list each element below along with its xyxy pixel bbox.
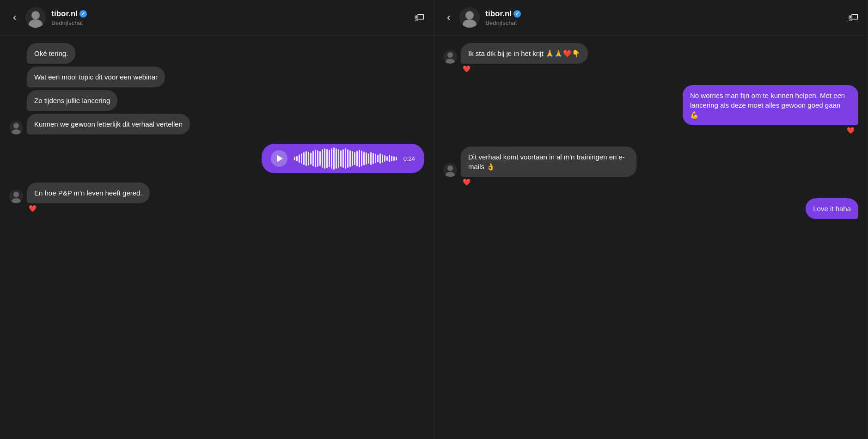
bubble: Oké tering. [27, 43, 75, 64]
sender-avatar [443, 50, 457, 64]
header-name-right: tibor.nl ✓ [485, 9, 843, 18]
waveform-bar [331, 148, 332, 169]
verified-badge-right: ✓ [513, 10, 521, 18]
waveform-bar [345, 148, 346, 169]
waveform-bar [338, 149, 339, 168]
waveform-bar [310, 152, 312, 165]
waveform-bar [377, 155, 379, 162]
waveform-bar [396, 157, 397, 160]
sender-avatar [9, 121, 23, 134]
msg-group-row: Dit verhaal komt voortaan in al m'n trai… [443, 146, 858, 177]
msg-group-row: En hoe P&P m'n leven heeft gered. [9, 183, 424, 203]
right-panel: ‹ tibor.nl ✓ Bedrijfschat 🏷 Ik sta dik b… [434, 0, 868, 439]
waveform-bar [375, 154, 376, 163]
waveform-bar [329, 150, 330, 167]
waveform-bar [382, 154, 383, 163]
reaction-heart: ❤️ [27, 204, 38, 213]
msg-row-love: Love it haha [443, 198, 858, 219]
sender-avatar [443, 163, 457, 177]
bubble: Wat een mooi topic dit voor een webinar [27, 67, 165, 87]
waveform-bar [301, 153, 302, 164]
waveform-bar [368, 153, 369, 164]
right-header: ‹ tibor.nl ✓ Bedrijfschat 🏷 [434, 0, 868, 36]
waveform-bar [354, 152, 355, 165]
name-text-left: tibor.nl [51, 9, 78, 18]
waveform-bar [294, 157, 295, 160]
voice-msg-row: 0:24 [9, 144, 424, 173]
msg-row: Oké tering. [9, 43, 424, 64]
waveform-bar [361, 151, 362, 166]
msg-group: Ik sta dik bij je in het krijt 🙏🙏❤️👇 ❤️ [443, 43, 858, 73]
bubble-love-it: Love it haha [806, 198, 858, 219]
messages-right: Ik sta dik bij je in het krijt 🙏🙏❤️👇 ❤️ … [434, 36, 868, 439]
waveform-bar [308, 152, 309, 165]
voice-bubble[interactable]: 0:24 [262, 144, 424, 173]
bubble: En hoe P&P m'n leven heeft gered. [27, 183, 150, 203]
waveform-bar [342, 149, 344, 168]
avatar-right [459, 7, 480, 28]
reaction-area: ❤️ [845, 126, 858, 134]
waveform [294, 151, 397, 166]
msg-group-sent: No worries man fijn om te kunnen helpen.… [443, 85, 858, 134]
msg-group: Dit verhaal komt voortaan in al m'n trai… [443, 146, 858, 186]
waveform-bar [373, 153, 374, 164]
waveform-bar [322, 149, 323, 168]
msg-row: Wat een mooi topic dit voor een webinar [9, 67, 424, 87]
waveform-bar [296, 156, 298, 161]
left-panel: ‹ tibor.nl ✓ Bedrijfschat 🏷 Oké tering. … [0, 0, 434, 439]
bubble: No worries man fijn om te kunnen helpen.… [683, 85, 858, 125]
waveform-bar [363, 152, 365, 165]
bubble: Kunnen we gewoon letterlijk dit verhaal … [27, 114, 190, 134]
waveform-bar [324, 148, 325, 169]
waveform-bar [349, 150, 351, 167]
bubble: Ik sta dik bij je in het krijt 🙏🙏❤️👇 [461, 43, 588, 64]
reaction-heart: ❤️ [461, 177, 472, 187]
reaction-heart: ❤️ [845, 126, 856, 135]
msg-row: No worries man fijn om te kunnen helpen.… [683, 85, 858, 125]
header-subtitle-right: Bedrijfschat [485, 19, 843, 26]
waveform-bar [333, 147, 335, 170]
waveform-bar [359, 150, 360, 167]
header-subtitle-left: Bedrijfschat [51, 19, 409, 26]
waveform-bar [317, 150, 318, 167]
waveform-bar [370, 152, 372, 165]
msg-row: Zo tijdens jullie lancering [9, 90, 424, 111]
waveform-bar [326, 149, 328, 168]
reaction-area: ❤️ [9, 204, 424, 213]
play-icon [277, 155, 283, 162]
waveform-bar [366, 152, 367, 165]
waveform-bar [312, 151, 314, 166]
tag-icon-right[interactable]: 🏷 [848, 12, 858, 24]
waveform-bar [319, 151, 321, 166]
back-button-left[interactable]: ‹ [9, 11, 20, 24]
waveform-bar [393, 156, 395, 161]
waveform-bar [336, 148, 337, 169]
play-button[interactable] [271, 150, 287, 167]
waveform-bar [356, 151, 358, 166]
waveform-bar [347, 149, 348, 168]
reaction-area: ❤️ [443, 65, 858, 73]
waveform-bar [386, 156, 388, 161]
header-name-left: tibor.nl ✓ [51, 9, 409, 18]
sender-avatar [9, 189, 23, 203]
bubble: Dit verhaal komt voortaan in al m'n trai… [461, 146, 636, 177]
waveform-bar [315, 150, 316, 167]
voice-duration: 0:24 [403, 155, 415, 162]
msg-group-row: Ik sta dik bij je in het krijt 🙏🙏❤️👇 [443, 43, 858, 64]
reaction-heart: ❤️ [461, 64, 472, 73]
verified-badge-left: ✓ [79, 10, 87, 18]
header-info-left: tibor.nl ✓ Bedrijfschat [51, 9, 409, 26]
waveform-bar [352, 151, 353, 166]
waveform-bar [379, 153, 381, 164]
avatar-left [25, 7, 46, 28]
waveform-bar [391, 156, 392, 161]
reaction-area: ❤️ [443, 178, 858, 186]
back-button-right[interactable]: ‹ [443, 11, 454, 24]
name-text-right: tibor.nl [485, 9, 512, 18]
header-info-right: tibor.nl ✓ Bedrijfschat [485, 9, 843, 26]
waveform-bar [299, 154, 300, 163]
bubble: Zo tijdens jullie lancering [27, 90, 117, 111]
waveform-bar [389, 155, 390, 162]
msg-group-row: Kunnen we gewoon letterlijk dit verhaal … [9, 114, 424, 134]
tag-icon-left[interactable]: 🏷 [414, 12, 424, 24]
